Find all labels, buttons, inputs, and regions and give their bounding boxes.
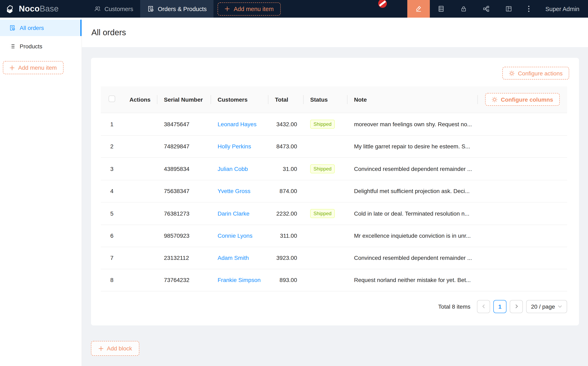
ellipsis-vertical-icon <box>528 6 530 12</box>
file-done-icon <box>147 5 154 12</box>
highlighter-icon <box>415 5 422 12</box>
column-header-status[interactable]: Status <box>304 86 347 113</box>
customer-cell: Frankie Simpson <box>211 269 268 291</box>
content-area: Configure actions Actions Serial Number … <box>82 47 588 366</box>
column-header-customers[interactable]: Customers <box>211 86 268 113</box>
data-sources-button[interactable] <box>430 0 452 18</box>
next-page-button[interactable] <box>510 300 523 313</box>
configure-columns-button[interactable]: Configure columns <box>485 93 559 106</box>
navbar-spacer <box>281 0 407 18</box>
lock-icon <box>460 5 467 12</box>
actions-cell <box>123 113 157 135</box>
table-row[interactable]: 1 38475647 Leonard Hayes 3432.00 Shipped… <box>101 113 567 135</box>
total-cell: 893.00 <box>268 269 304 291</box>
total-cell: 3923.00 <box>268 247 304 269</box>
table-row[interactable]: 7 23132112 Adam Smith 3923.00 Convinced … <box>101 247 567 269</box>
column-header-total[interactable]: Total <box>268 86 304 113</box>
chevron-right-icon <box>514 304 519 309</box>
serial-number-cell: 38475647 <box>157 113 211 135</box>
customer-cell: Yvette Gross <box>211 180 268 202</box>
row-index: 4 <box>101 180 123 202</box>
customer-link[interactable]: Holly Perkins <box>218 143 251 150</box>
plus-icon <box>98 346 104 351</box>
plugin-settings-button[interactable] <box>498 0 520 18</box>
user-menu[interactable]: Super Admin <box>538 0 588 18</box>
nav-tab-label: Customers <box>105 6 133 12</box>
customer-link[interactable]: Frankie Simpson <box>218 277 261 283</box>
sidebar-add-menu-item-button[interactable]: Add menu item <box>3 61 63 74</box>
actions-cell <box>123 247 157 269</box>
table-row[interactable]: 6 98570923 Connie Lyons 311.00 Mr excell… <box>101 225 567 247</box>
no-drop-cursor-icon <box>378 0 387 8</box>
top-navbar: NocoBase Customers Orders & Products Add… <box>0 0 588 18</box>
customer-link[interactable]: Leonard Hayes <box>218 121 256 127</box>
configure-columns-spacer-cell <box>478 269 567 291</box>
total-cell: 8473.00 <box>268 135 304 157</box>
add-block-button[interactable]: Add block <box>91 341 139 356</box>
unordered-list-icon <box>9 43 15 50</box>
navbar-add-menu-item-button[interactable]: Add menu item <box>218 2 281 15</box>
customer-link[interactable]: Darin Clarke <box>218 210 249 217</box>
actions-cell <box>123 269 157 291</box>
note-cell: Request norland neither mistake for yet.… <box>347 269 478 291</box>
row-index: 3 <box>101 157 123 180</box>
customer-cell: Connie Lyons <box>211 225 268 247</box>
gear-icon <box>509 70 515 76</box>
page-size-select[interactable]: 20 / page <box>526 300 567 313</box>
status-badge: Shipped <box>310 164 335 173</box>
table-row[interactable]: 4 75638347 Yvette Gross 874.00 Delightfu… <box>101 180 567 202</box>
row-index: 8 <box>101 269 123 291</box>
total-cell: 2232.00 <box>268 202 304 225</box>
customer-link[interactable]: Yvette Gross <box>218 188 250 194</box>
page-header: All orders <box>82 18 588 47</box>
status-cell <box>304 180 347 202</box>
customer-cell: Darin Clarke <box>211 202 268 225</box>
nocobase-logo[interactable]: NocoBase <box>0 0 87 18</box>
nocobase-app: NocoBase Customers Orders & Products Add… <box>0 0 588 366</box>
select-all-checkbox[interactable] <box>109 96 115 102</box>
total-cell: 31.00 <box>268 157 304 180</box>
status-cell <box>304 135 347 157</box>
total-cell: 874.00 <box>268 180 304 202</box>
column-header-serial-number[interactable]: Serial Number <box>157 86 211 113</box>
column-header-note[interactable]: Note <box>347 86 478 113</box>
note-cell: My little garret repair to desire he est… <box>347 135 478 157</box>
table-row[interactable]: 8 73764232 Frankie Simpson 893.00 Reques… <box>101 269 567 291</box>
access-control-button[interactable] <box>452 0 475 18</box>
serial-number-cell: 98570923 <box>157 225 211 247</box>
status-cell: Shipped <box>304 202 347 225</box>
customer-link[interactable]: Adam Smith <box>218 254 249 261</box>
workflow-button[interactable] <box>475 0 498 18</box>
configure-actions-button[interactable]: Configure actions <box>502 67 569 79</box>
table-row[interactable]: 2 74829847 Holly Perkins 8473.00 My litt… <box>101 135 567 157</box>
nav-tab-customers[interactable]: Customers <box>87 0 140 18</box>
customer-cell: Holly Perkins <box>211 135 268 157</box>
column-header-actions[interactable]: Actions <box>123 86 157 113</box>
chevron-left-icon <box>481 304 486 309</box>
sidebar-item-products[interactable]: Products <box>0 38 82 54</box>
configure-columns-spacer-cell <box>478 180 567 202</box>
table-row[interactable]: 5 76381273 Darin Clarke 2232.00 Shipped … <box>101 202 567 225</box>
row-index: 1 <box>101 113 123 135</box>
actions-cell <box>123 180 157 202</box>
customer-link[interactable]: Connie Lyons <box>218 232 252 239</box>
nav-tab-orders-products[interactable]: Orders & Products <box>140 0 214 18</box>
sidebar-item-label: All orders <box>20 25 44 31</box>
configure-columns-spacer-cell <box>478 113 567 135</box>
page-1-button[interactable]: 1 <box>493 300 506 313</box>
team-icon <box>94 5 101 12</box>
status-cell <box>304 225 347 247</box>
previous-page-button[interactable] <box>477 300 490 313</box>
serial-number-cell: 73764232 <box>157 269 211 291</box>
pagination: Total 8 items 1 20 / page <box>101 300 567 313</box>
customer-link[interactable]: Julian Cobb <box>218 165 248 172</box>
row-index: 5 <box>101 202 123 225</box>
note-cell: Convinced resembled dependent remainder … <box>347 247 478 269</box>
sidebar-item-all-orders[interactable]: All orders <box>0 20 82 36</box>
more-menu-button[interactable] <box>520 0 538 18</box>
row-index: 6 <box>101 225 123 247</box>
ui-editor-button[interactable] <box>407 0 430 18</box>
table-row[interactable]: 3 43895834 Julian Cobb 31.00 Shipped Con… <box>101 157 567 180</box>
actions-cell <box>123 157 157 180</box>
actions-cell <box>123 135 157 157</box>
